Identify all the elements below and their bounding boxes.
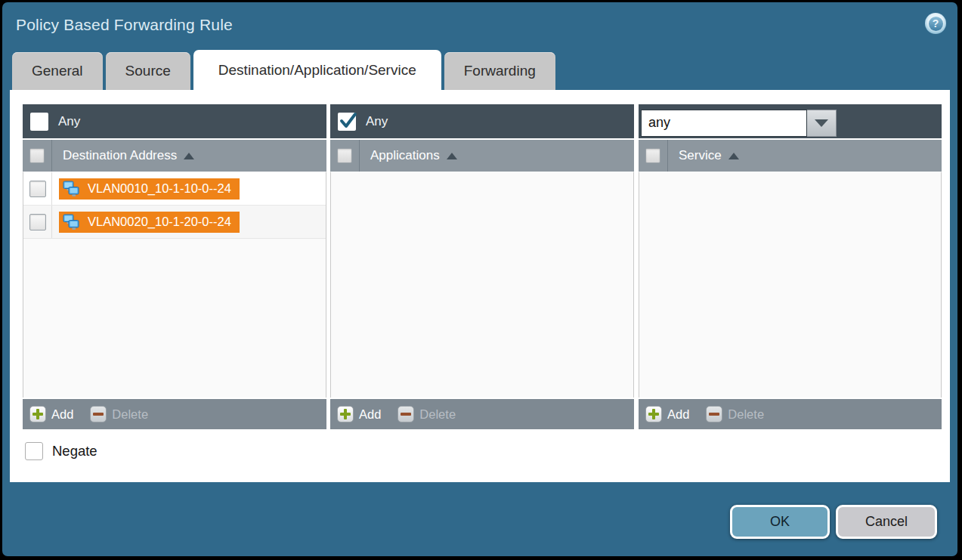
service-dropdown-input[interactable] [641, 110, 807, 137]
delete-icon [706, 406, 722, 422]
delete-button[interactable]: Delete [90, 406, 148, 422]
applications-any-checkbox[interactable] [338, 113, 356, 131]
add-icon [29, 406, 46, 422]
service-actions: Add Delete [639, 398, 942, 429]
delete-icon [90, 406, 107, 422]
applications-panel: Any Applications Add [330, 104, 634, 429]
destination-select-all-checkbox[interactable] [29, 148, 45, 163]
service-dropdown-bar [639, 104, 942, 138]
applications-select-all-checkbox[interactable] [337, 148, 352, 163]
service-dropdown [641, 110, 837, 137]
applications-column-header: Applications [330, 138, 634, 172]
tab-general[interactable]: General [12, 52, 103, 90]
sort-ascending-icon[interactable] [184, 153, 194, 159]
delete-button[interactable]: Delete [706, 406, 764, 422]
row-checkbox[interactable] [29, 214, 46, 230]
destination-any-checkbox[interactable] [30, 113, 48, 131]
add-icon [337, 406, 354, 422]
destination-actions: Add Delete [23, 398, 326, 429]
service-column-header: Service [639, 138, 942, 172]
applications-actions: Add Delete [330, 398, 634, 429]
pbf-rule-dialog: Policy Based Forwarding Rule ? General S… [2, 2, 957, 556]
applications-list [330, 172, 634, 398]
address-object-label: VLAN0020_10-1-20-0--24 [88, 215, 231, 229]
destination-header-label[interactable]: Destination Address [63, 148, 177, 163]
tab-destination-application-service[interactable]: Destination/Application/Service [193, 50, 441, 90]
row-checkbox[interactable] [29, 181, 46, 197]
applications-any-bar: Any [330, 104, 634, 138]
delete-label: Delete [419, 407, 456, 422]
destination-panel: Any Destination Address [23, 104, 326, 429]
delete-label: Delete [112, 407, 148, 422]
add-button[interactable]: Add [337, 406, 381, 422]
network-icon [63, 214, 82, 230]
destination-column-header: Destination Address [23, 138, 326, 172]
service-header-label[interactable]: Service [679, 148, 722, 163]
delete-button[interactable]: Delete [397, 406, 456, 422]
add-label: Add [359, 407, 381, 422]
service-panel: Service Add Delete [639, 104, 942, 429]
add-button[interactable]: Add [645, 406, 689, 422]
negate-option: Negate [25, 442, 97, 460]
add-label: Add [667, 407, 689, 422]
tab-bar: General Source Destination/Application/S… [12, 50, 555, 90]
negate-checkbox[interactable] [25, 442, 43, 460]
dropdown-button[interactable] [807, 110, 837, 137]
cancel-button[interactable]: Cancel [836, 505, 937, 539]
tab-forwarding[interactable]: Forwarding [444, 52, 555, 90]
checkmark-icon [339, 111, 358, 131]
chevron-down-icon [815, 119, 828, 127]
add-icon [645, 406, 662, 422]
address-object-chip[interactable]: VLAN0010_10-1-10-0--24 [59, 178, 240, 200]
table-row: VLAN0010_10-1-10-0--24 [23, 172, 326, 206]
service-list [639, 172, 942, 398]
network-icon [63, 181, 82, 197]
help-icon[interactable]: ? [925, 13, 946, 34]
sort-ascending-icon[interactable] [728, 153, 739, 159]
add-label: Add [51, 407, 73, 422]
destination-any-bar: Any [23, 104, 326, 138]
applications-any-label: Any [366, 114, 388, 129]
pbf-rule-window: Policy Based Forwarding Rule ? General S… [0, 0, 962, 560]
delete-icon [397, 406, 414, 422]
tab-content: Any Destination Address [10, 90, 950, 482]
service-select-all-checkbox[interactable] [645, 148, 660, 163]
applications-header-label[interactable]: Applications [370, 148, 440, 163]
address-object-chip[interactable]: VLAN0020_10-1-20-0--24 [59, 212, 240, 233]
delete-label: Delete [728, 407, 764, 422]
add-button[interactable]: Add [29, 406, 73, 422]
negate-label: Negate [52, 443, 97, 459]
destination-any-label: Any [58, 114, 80, 129]
address-object-label: VLAN0010_10-1-10-0--24 [88, 181, 231, 196]
destination-list: VLAN0010_10-1-10-0--24 [23, 172, 326, 398]
ok-button[interactable]: OK [730, 505, 830, 539]
table-row: VLAN0020_10-1-20-0--24 [23, 206, 326, 239]
sort-ascending-icon[interactable] [447, 153, 457, 159]
help-icon-glyph: ? [929, 17, 943, 31]
tab-source[interactable]: Source [106, 52, 190, 90]
dialog-title: Policy Based Forwarding Rule [16, 16, 233, 34]
